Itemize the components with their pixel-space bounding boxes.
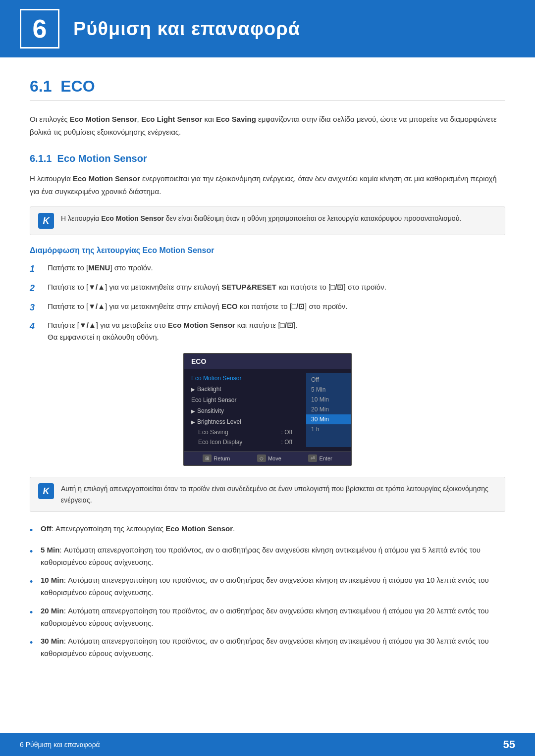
eco-menu-header: ECO	[184, 354, 351, 369]
eco-option-5min: 5 Min	[306, 385, 351, 395]
chapter-title: Ρύθμιση και επαναφορά	[73, 18, 300, 40]
eco-menu-item-light: Eco Light Sensor	[191, 395, 299, 405]
section-title: 6.1 ECO	[30, 77, 505, 101]
eco-menu-footer: ⊞ Return ◇ Move ⏎ Enter	[184, 451, 351, 465]
note-icon-2: K	[38, 483, 54, 499]
move-icon: ◇	[257, 454, 266, 462]
main-content: 6.1 ECO Οι επιλογές Eco Motion Sensor, E…	[0, 57, 535, 706]
page-number: 55	[503, 738, 515, 751]
eco-option-20min: 20 Min	[306, 404, 351, 414]
bullet-5min: • 5 Min: Αυτόματη απενεργοποίηση του προ…	[30, 544, 505, 569]
eco-footer-enter: ⏎ Enter	[308, 454, 332, 462]
bullet-30min: • 30 Min: Αυτόματη απενεργοποίηση του πρ…	[30, 635, 505, 660]
note-icon-1: K	[38, 213, 54, 229]
eco-menu-item-motion: Eco Motion Sensor	[191, 373, 299, 384]
eco-menu-body: Eco Motion Sensor ▶Backlight Eco Light S…	[184, 369, 351, 451]
note-box-1: K Η λειτουργία Eco Motion Sensor δεν είν…	[30, 206, 505, 235]
bullet-off: • Off: Απενεργοποίηση της λειτουργίας Ec…	[30, 523, 505, 538]
footer-chapter-ref: 6 Ρύθμιση και επαναφορά	[20, 741, 100, 749]
eco-menu-item-backlight: ▶Backlight	[191, 384, 299, 395]
return-icon: ⊞	[203, 454, 212, 462]
bullet-dot-4: •	[30, 605, 41, 620]
chapter-number: 6	[20, 9, 59, 49]
eco-menu-right: Off 5 Min 10 Min 20 Min 30 Min 1 h	[306, 373, 351, 447]
eco-option-30min: 30 Min	[306, 414, 351, 424]
step-4: 4 Πατήστε [▼/▲] για να μεταβείτε στο Eco…	[30, 319, 505, 343]
step-2: 2 Πατήστε το [▼/▲] για να μετακινηθείτε …	[30, 281, 505, 296]
eco-option-off: Off	[306, 375, 351, 385]
step-3: 3 Πατήστε το [▼/▲] για να μετακινηθείτε …	[30, 301, 505, 315]
steps-list: 1 Πατήστε το [MENU] στο προϊόν. 2 Πατήστ…	[30, 262, 505, 343]
eco-option-10min: 10 Min	[306, 395, 351, 404]
subsection-description: Η λειτουργία Eco Motion Sensor ενεργοποι…	[30, 172, 505, 198]
bullet-list: • Off: Απενεργοποίηση της λειτουργίας Ec…	[30, 523, 505, 660]
bullet-dot-1: •	[30, 523, 41, 538]
note-text-1: Η λειτουργία Eco Motion Sensor δεν είναι…	[61, 213, 461, 224]
configure-title: Διαμόρφωση της λειτουργίας Eco Motion Se…	[30, 246, 505, 255]
eco-menu-item-saving: Eco Saving: Off	[191, 427, 299, 437]
eco-menu-item-sensitivity: ▶Sensitivity	[191, 405, 299, 416]
bullet-20min: • 20 Min: Αυτόματη απενεργοποίηση του πρ…	[30, 605, 505, 630]
bullet-10min: • 10 Min: Αυτόματη απενεργοποίηση του πρ…	[30, 574, 505, 599]
step-1: 1 Πατήστε το [MENU] στο προϊόν.	[30, 262, 505, 276]
eco-option-1h: 1 h	[306, 424, 351, 434]
eco-menu-item-brightness: ▶Brightness Level	[191, 416, 299, 427]
bullet-dot-3: •	[30, 575, 41, 590]
note-box-2: K Αυτή η επιλογή απενεργοποιείται όταν τ…	[30, 477, 505, 512]
eco-menu-container: ECO Eco Motion Sensor ▶Backlight Eco Lig…	[30, 353, 505, 466]
page-footer: 6 Ρύθμιση και επαναφορά 55	[0, 733, 535, 756]
eco-menu: ECO Eco Motion Sensor ▶Backlight Eco Lig…	[183, 353, 352, 466]
subsection-title: 6.1.1 Eco Motion Sensor	[30, 153, 505, 164]
chapter-header: 6 Ρύθμιση και επαναφορά	[0, 0, 535, 57]
bullet-dot-2: •	[30, 545, 41, 559]
note-text-2: Αυτή η επιλογή απενεργοποιείται όταν το …	[61, 483, 497, 505]
eco-menu-item-icon: Eco Icon Display: Off	[191, 437, 299, 447]
bullet-dot-5: •	[30, 636, 41, 651]
eco-footer-return: ⊞ Return	[203, 454, 230, 462]
eco-footer-move: ◇ Move	[257, 454, 281, 462]
intro-text: Οι επιλογές Eco Motion Sensor, Eco Light…	[30, 113, 505, 138]
enter-icon: ⏎	[308, 454, 317, 462]
eco-menu-left: Eco Motion Sensor ▶Backlight Eco Light S…	[184, 373, 306, 447]
